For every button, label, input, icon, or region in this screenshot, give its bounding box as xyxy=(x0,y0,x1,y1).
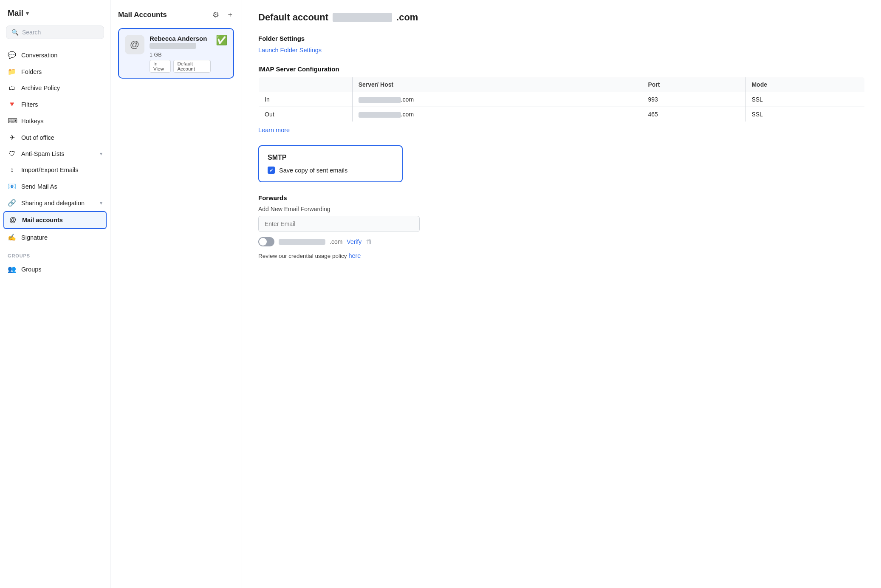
save-sent-emails-checkbox[interactable] xyxy=(268,167,275,174)
imap-col-mode: Mode xyxy=(745,77,865,92)
conversation-icon: 💬 xyxy=(8,51,16,59)
imap-table-header-row: Server/ Host Port Mode xyxy=(259,77,865,92)
imap-direction-out: Out xyxy=(259,107,353,122)
sidebar-item-label-folders: Folders xyxy=(21,68,42,75)
sidebar-item-conversation[interactable]: 💬Conversation xyxy=(0,47,110,63)
signature-icon: ✍ xyxy=(8,233,16,241)
imap-host-out-redacted xyxy=(359,112,401,118)
imap-mode-in: SSL xyxy=(745,92,865,107)
middle-panel: Mail Accounts ⚙ + @ Rebecca Anderson 1 G… xyxy=(110,0,242,588)
imap-host-out: .com xyxy=(352,107,642,122)
filters-icon: 🔻 xyxy=(8,100,16,108)
app-title-text: Mail xyxy=(8,8,23,18)
sidebar-item-signature[interactable]: ✍Signature xyxy=(0,229,110,246)
imap-section: IMAP Server Configuration Server/ Host P… xyxy=(258,65,865,133)
search-placeholder: Search xyxy=(22,29,41,36)
verify-link[interactable]: Verify xyxy=(347,238,361,245)
launch-folder-settings-link[interactable]: Launch Folder Settings xyxy=(258,47,322,54)
sidebar-item-out-of-office[interactable]: ✈Out of office xyxy=(0,129,110,146)
sidebar-item-sharing-delegation[interactable]: 🔗Sharing and delegation▾ xyxy=(0,195,110,211)
folders-icon: 📁 xyxy=(8,68,16,76)
sidebar-item-anti-spam[interactable]: 🛡Anti-Spam Lists▾ xyxy=(0,146,110,162)
sidebar-item-label-anti-spam: Anti-Spam Lists xyxy=(21,150,65,157)
sidebar-item-import-export[interactable]: ↕Import/Export Emails xyxy=(0,162,110,178)
add-forwarding-label: Add New Email Forwarding xyxy=(258,206,865,212)
page-title-prefix: Default account xyxy=(258,12,328,23)
sharing-delegation-icon: 🔗 xyxy=(8,199,16,207)
sidebar-item-label-send-mail-as: Send Mail As xyxy=(21,183,57,190)
sidebar-item-archive-policy[interactable]: 🗂Archive Policy xyxy=(0,80,110,96)
groups-label: GROUPS xyxy=(0,246,110,261)
account-avatar: @ xyxy=(125,35,144,54)
forward-email-redacted xyxy=(279,239,325,245)
sidebar-item-label-conversation: Conversation xyxy=(21,52,57,59)
middle-panel-header: Mail Accounts ⚙ + xyxy=(118,9,234,20)
credential-note: Review our credential usage policy here xyxy=(258,252,865,259)
forwards-section: Forwards Add New Email Forwarding .com V… xyxy=(258,194,865,259)
app-title[interactable]: Mail ▾ xyxy=(0,8,110,25)
account-name: Rebecca Anderson xyxy=(150,35,211,42)
smtp-checkbox-row: Save copy of sent emails xyxy=(268,167,393,174)
delete-forward-icon[interactable]: 🗑 xyxy=(366,238,373,246)
smtp-title: SMTP xyxy=(268,154,393,161)
save-sent-emails-label: Save copy of sent emails xyxy=(279,167,347,174)
forward-email-suffix: .com xyxy=(330,238,342,245)
smtp-section: SMTP Save copy of sent emails xyxy=(258,145,403,182)
sidebar-item-label-import-export: Import/Export Emails xyxy=(21,167,79,173)
app-title-chevron-icon: ▾ xyxy=(26,10,29,17)
sidebar-item-label-signature: Signature xyxy=(21,234,48,241)
sharing-delegation-chevron-icon: ▾ xyxy=(100,200,102,206)
sidebar-item-label-groups: Groups xyxy=(21,266,42,273)
sidebar-item-label-out-of-office: Out of office xyxy=(21,134,54,141)
sidebar-item-label-mail-accounts: Mail accounts xyxy=(22,217,63,223)
credential-note-text: Review our credential usage policy xyxy=(258,253,347,259)
archive-policy-icon: 🗂 xyxy=(8,84,16,92)
middle-panel-title: Mail Accounts xyxy=(118,11,167,19)
default-account-domain-redacted xyxy=(333,13,392,22)
sidebar-item-folders[interactable]: 📁Folders xyxy=(0,63,110,80)
middle-panel-actions: ⚙ + xyxy=(211,9,234,20)
imap-learn-more-link[interactable]: Learn more xyxy=(258,127,290,133)
page-title: Default account .com xyxy=(258,12,865,23)
sidebar-item-hotkeys[interactable]: ⌨Hotkeys xyxy=(0,113,110,129)
email-forwarding-input[interactable] xyxy=(258,216,420,232)
account-checkmark-icon: ✅ xyxy=(216,35,227,46)
imap-section-title: IMAP Server Configuration xyxy=(258,65,865,73)
badge-default-account: Default Account xyxy=(173,60,211,73)
anti-spam-icon: 🛡 xyxy=(8,150,16,158)
sidebar-item-groups[interactable]: 👥Groups xyxy=(0,261,110,277)
settings-icon-button[interactable]: ⚙ xyxy=(211,9,221,20)
right-panel: Default account .com Folder Settings Lau… xyxy=(242,0,881,588)
folder-settings-section: Folder Settings Launch Folder Settings xyxy=(258,35,865,54)
add-account-button[interactable]: + xyxy=(226,10,234,20)
imap-direction-in: In xyxy=(259,92,353,107)
imap-col-host: Server/ Host xyxy=(352,77,642,92)
imap-col-direction xyxy=(259,77,353,92)
sidebar-item-filters[interactable]: 🔻Filters xyxy=(0,96,110,113)
imap-host-in-redacted xyxy=(359,97,401,103)
sidebar-item-send-mail-as[interactable]: 📧Send Mail As xyxy=(0,178,110,195)
imap-host-in: .com xyxy=(352,92,642,107)
imap-table-body: In .com 993 SSL Out .com 465 SSL xyxy=(259,92,865,122)
sidebar-item-label-sharing-delegation: Sharing and delegation xyxy=(21,200,85,206)
out-of-office-icon: ✈ xyxy=(8,133,16,141)
folder-settings-title: Folder Settings xyxy=(258,35,865,42)
account-badges: In View Default Account xyxy=(150,60,211,73)
imap-col-port: Port xyxy=(642,77,745,92)
mail-accounts-icon: @ xyxy=(8,216,17,224)
account-card[interactable]: @ Rebecca Anderson 1 GB In View Default … xyxy=(118,28,234,79)
forward-toggle[interactable] xyxy=(258,237,274,246)
forwards-title: Forwards xyxy=(258,194,865,201)
anti-spam-chevron-icon: ▾ xyxy=(100,151,102,157)
account-email-redacted xyxy=(150,43,196,49)
account-info: Rebecca Anderson 1 GB In View Default Ac… xyxy=(150,35,211,73)
imap-table: Server/ Host Port Mode In .com 993 SSL O… xyxy=(258,77,865,122)
forward-row: .com Verify 🗑 xyxy=(258,237,865,246)
imap-row-in: In .com 993 SSL xyxy=(259,92,865,107)
nav-items: 💬Conversation📁Folders🗂Archive Policy🔻Fil… xyxy=(0,47,110,246)
groups-items: 👥Groups xyxy=(0,261,110,277)
search-box[interactable]: 🔍 Search xyxy=(6,25,104,39)
imap-port-in: 993 xyxy=(642,92,745,107)
sidebar-item-mail-accounts[interactable]: @Mail accounts xyxy=(3,211,107,229)
credential-here-link[interactable]: here xyxy=(348,252,361,259)
